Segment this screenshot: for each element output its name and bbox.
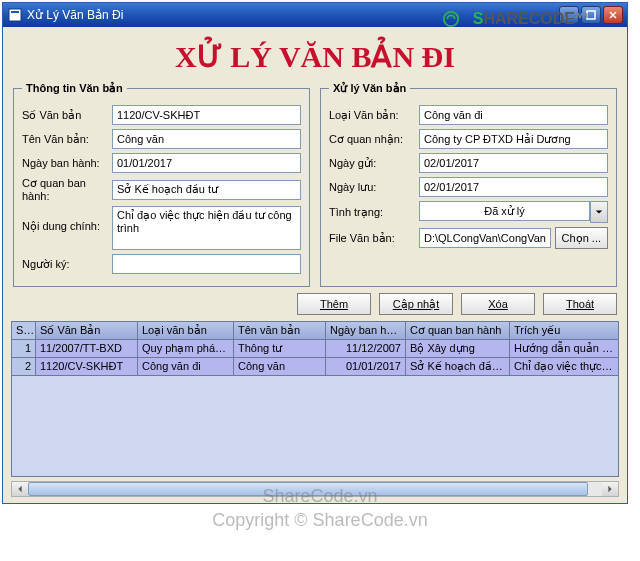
them-button[interactable]: Thêm: [297, 293, 371, 315]
input-ngay-gui[interactable]: [419, 153, 608, 173]
col-co-quan-ban-hanh[interactable]: Cơ quan ban hành: [406, 322, 510, 339]
svg-rect-3: [587, 11, 595, 19]
table-cell[interactable]: Thông tư: [234, 340, 326, 357]
scroll-right-button[interactable]: [602, 482, 618, 496]
table-cell[interactable]: Quy phạm pháp luật: [138, 340, 234, 357]
input-ngay-ban-hanh[interactable]: [112, 153, 301, 173]
label-ngay-ban-hanh: Ngày ban hành:: [22, 157, 108, 169]
xoa-button[interactable]: Xóa: [461, 293, 535, 315]
input-tinh-trang[interactable]: [419, 201, 590, 221]
label-so-van-ban: Số Văn bản: [22, 109, 108, 122]
label-ngay-luu: Ngày lưu:: [329, 181, 415, 194]
group-xu-ly-van-ban: Xử lý Văn bản Loại Văn bản: Cơ quan nhận…: [320, 82, 617, 287]
svg-rect-2: [565, 17, 573, 19]
close-button[interactable]: [603, 6, 623, 24]
svg-rect-0: [9, 9, 21, 21]
app-icon: [7, 7, 23, 23]
group-legend: Thông tin Văn bản: [22, 82, 127, 95]
scroll-thumb[interactable]: [28, 482, 588, 496]
choose-file-button[interactable]: Chọn ...: [555, 227, 608, 249]
minimize-button[interactable]: [559, 6, 579, 24]
action-buttons: Thêm Cập nhật Xóa Thoát: [7, 287, 623, 319]
window-title: Xử Lý Văn Bản Đi: [27, 8, 123, 22]
label-co-quan-ban-hanh: Cơ quan ban hành:: [22, 177, 108, 202]
label-nguoi-ky: Người ký:: [22, 258, 108, 271]
col-trich-yeu[interactable]: Trích yếu: [510, 322, 618, 339]
col-loai-van-ban[interactable]: Loại văn bản: [138, 322, 234, 339]
table-cell[interactable]: Công văn: [234, 358, 326, 375]
input-noi-dung-chinh[interactable]: Chỉ đạo việc thực hiện đầu tư công trình: [112, 206, 301, 250]
maximize-button[interactable]: [581, 6, 601, 24]
input-ngay-luu[interactable]: [419, 177, 608, 197]
data-grid[interactable]: STT Số Văn Bản Loại văn bản Tên văn bản …: [11, 321, 619, 477]
horizontal-scrollbar[interactable]: [11, 481, 619, 497]
input-ten-van-ban[interactable]: [112, 129, 301, 149]
table-cell[interactable]: 11/12/2007: [326, 340, 406, 357]
thoat-button[interactable]: Thoát: [543, 293, 617, 315]
input-nguoi-ky[interactable]: [112, 254, 301, 274]
table-cell[interactable]: Bộ Xây dựng: [406, 340, 510, 357]
label-ngay-gui: Ngày gửi:: [329, 157, 415, 170]
label-co-quan-nhan: Cơ quan nhận:: [329, 133, 415, 146]
table-row[interactable]: 111/2007/TT-BXDQuy phạm pháp luậtThông t…: [12, 340, 618, 358]
grid-empty-area: [12, 376, 618, 476]
watermark-text-2: Copyright © ShareCode.vn: [0, 510, 640, 531]
input-co-quan-ban-hanh[interactable]: [112, 180, 301, 200]
titlebar[interactable]: Xử Lý Văn Bản Đi: [3, 3, 627, 27]
label-loai-van-ban: Loại Văn bản:: [329, 109, 415, 122]
cap-nhat-button[interactable]: Cập nhật: [379, 293, 453, 315]
table-cell[interactable]: Công văn đi: [138, 358, 234, 375]
group-thong-tin-van-ban: Thông tin Văn bản Số Văn bản Tên Văn bản…: [13, 82, 310, 287]
table-row[interactable]: 21120/CV-SKHĐTCông văn điCông văn01/01/2…: [12, 358, 618, 376]
col-ten-van-ban[interactable]: Tên văn bản: [234, 322, 326, 339]
input-co-quan-nhan[interactable]: [419, 129, 608, 149]
col-stt[interactable]: STT: [12, 322, 36, 339]
chevron-down-icon[interactable]: [590, 201, 608, 223]
scroll-track[interactable]: [28, 482, 602, 496]
input-file-van-ban[interactable]: [419, 228, 551, 248]
table-cell[interactable]: 1: [12, 340, 36, 357]
label-ten-van-ban: Tên Văn bản:: [22, 133, 108, 146]
input-loai-van-ban[interactable]: [419, 105, 608, 125]
table-cell[interactable]: 11/2007/TT-BXD: [36, 340, 138, 357]
combo-tinh-trang[interactable]: [419, 201, 608, 223]
label-noi-dung-chinh: Nội dung chính:: [22, 206, 108, 233]
svg-rect-1: [11, 11, 19, 13]
table-cell[interactable]: 1120/CV-SKHĐT: [36, 358, 138, 375]
app-window: Xử Lý Văn Bản Đi XỬ LÝ VĂN BẢN ĐI Thông …: [2, 2, 628, 504]
label-tinh-trang: Tình trạng:: [329, 206, 415, 219]
scroll-left-button[interactable]: [12, 482, 28, 496]
input-so-van-ban[interactable]: [112, 105, 301, 125]
table-cell[interactable]: Chỉ đạo việc thực hiện đầu tư: [510, 358, 618, 375]
table-cell[interactable]: 01/01/2017: [326, 358, 406, 375]
group-legend: Xử lý Văn bản: [329, 82, 410, 95]
page-title: XỬ LÝ VĂN BẢN ĐI: [7, 39, 623, 74]
label-file-van-ban: File Văn bản:: [329, 232, 415, 245]
col-so-van-ban[interactable]: Số Văn Bản: [36, 322, 138, 339]
col-ngay-ban-hanh[interactable]: Ngày ban hành: [326, 322, 406, 339]
table-cell[interactable]: Hướng dẫn quản lý vật liệu xây: [510, 340, 618, 357]
table-cell[interactable]: 2: [12, 358, 36, 375]
grid-header-row: STT Số Văn Bản Loại văn bản Tên văn bản …: [12, 322, 618, 340]
table-cell[interactable]: Sở Kế hoạch đầu tư: [406, 358, 510, 375]
